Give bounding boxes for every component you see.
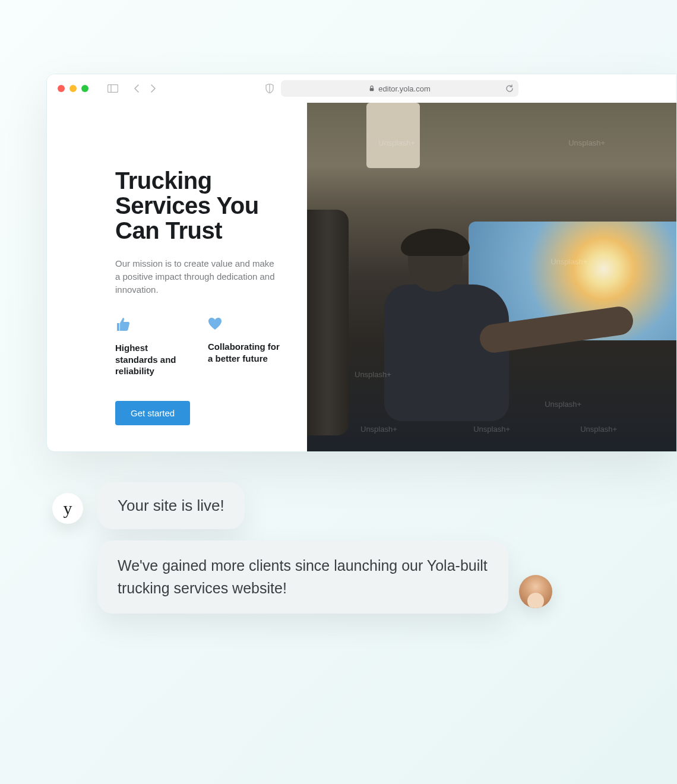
hero-title: Trucking Services You Can Trust xyxy=(115,168,283,243)
svg-rect-0 xyxy=(108,85,118,93)
truck-seat xyxy=(307,210,349,435)
chat-message-2: We've gained more clients since launchin… xyxy=(118,557,488,596)
image-watermark: Unsplash+ xyxy=(473,425,510,434)
chat-bubble-bot: Your site is live! xyxy=(97,482,245,529)
nav-arrows xyxy=(134,84,156,93)
image-watermark: Unsplash+ xyxy=(360,425,397,434)
get-started-button[interactable]: Get started xyxy=(115,401,190,425)
bot-avatar: y xyxy=(52,493,83,524)
chat-bubble-user: We've gained more clients since launchin… xyxy=(97,540,508,614)
minimize-window-dot[interactable] xyxy=(69,85,77,92)
traffic-lights xyxy=(58,85,88,92)
thumb-up-icon xyxy=(115,317,188,334)
back-icon[interactable] xyxy=(134,84,140,93)
image-watermark: Unsplash+ xyxy=(378,138,415,147)
image-watermark: Unsplash+ xyxy=(568,138,605,147)
sidebar-toggle-icon[interactable] xyxy=(107,84,118,93)
url-text: editor.yola.com xyxy=(378,84,430,93)
chat-message-1: Your site is live! xyxy=(118,497,224,514)
feature-item-collab: Collaborating for a better future xyxy=(208,317,280,377)
driver-figure xyxy=(384,232,527,428)
lock-icon xyxy=(369,86,375,91)
address-bar[interactable]: editor.yola.com xyxy=(281,80,518,97)
site-body: Trucking Services You Can Trust Our miss… xyxy=(47,103,676,451)
image-watermark: Unsplash+ xyxy=(545,400,581,409)
shield-icon[interactable] xyxy=(265,84,274,93)
truck-visor xyxy=(366,103,420,168)
image-watermark: Unsplash+ xyxy=(580,425,617,434)
forward-icon[interactable] xyxy=(150,84,156,93)
heart-icon xyxy=(208,317,280,333)
maximize-window-dot[interactable] xyxy=(81,85,88,92)
feature-row: Highest standards and reliability Collab… xyxy=(115,317,283,377)
hero-left-column: Trucking Services You Can Trust Our miss… xyxy=(47,103,307,451)
browser-window-mockup: editor.yola.com Trucking Services You Ca… xyxy=(46,74,677,452)
image-watermark: Unsplash+ xyxy=(355,370,391,379)
image-watermark: Unsplash+ xyxy=(551,257,587,266)
bot-avatar-letter: y xyxy=(64,498,72,519)
feature-label-1: Highest standards and reliability xyxy=(115,342,188,377)
hero-image: Unsplash+ Unsplash+ Unsplash+ Unsplash+ … xyxy=(307,103,676,451)
user-avatar xyxy=(519,575,552,608)
feature-item-standards: Highest standards and reliability xyxy=(115,317,188,377)
refresh-icon[interactable] xyxy=(505,84,514,93)
svg-rect-2 xyxy=(370,88,374,91)
feature-label-2: Collaborating for a better future xyxy=(208,341,280,364)
browser-chrome: editor.yola.com xyxy=(47,74,676,103)
close-window-dot[interactable] xyxy=(58,85,65,92)
hero-subtitle: Our mission is to create value and make … xyxy=(115,257,276,296)
